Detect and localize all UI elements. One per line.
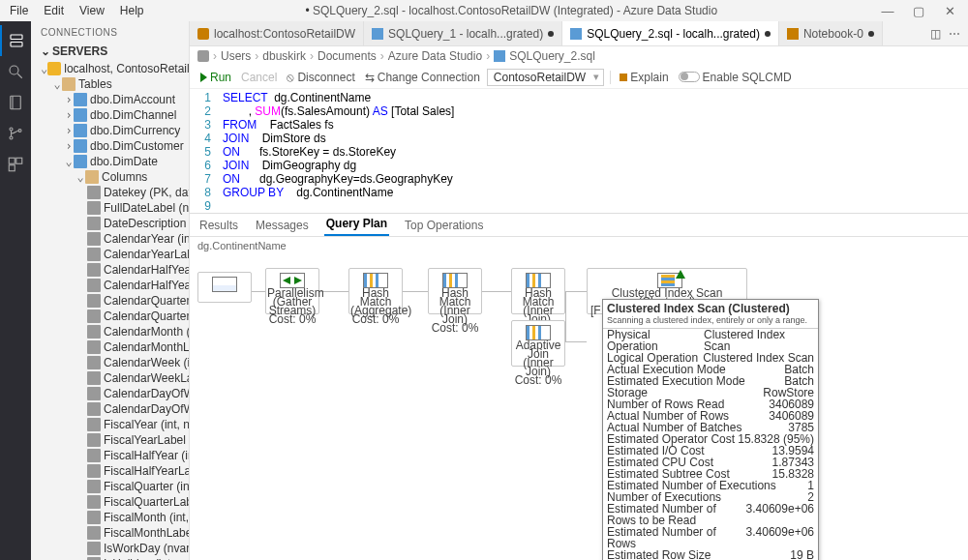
play-icon: [200, 73, 207, 82]
crumb[interactable]: dbuskirk: [262, 49, 306, 63]
tree-table[interactable]: ›dbo.DimCurrency: [31, 123, 189, 138]
plan-select[interactable]: [197, 272, 252, 303]
servers-section[interactable]: ⌄SERVERS: [31, 42, 189, 61]
split-editor-button[interactable]: ◫: [930, 27, 941, 41]
window-controls: — ▢ ✕: [873, 4, 964, 18]
more-button[interactable]: ⋯: [949, 27, 960, 41]
modified-dot-icon: [765, 31, 771, 37]
server-tree[interactable]: ⌄localhost, ContosoRetailDW (Win... ⌄Tab…: [31, 61, 189, 560]
crumb[interactable]: Documents: [318, 49, 377, 63]
table-icon: [74, 108, 87, 122]
tree-column[interactable]: CalendarQuarterLabel (nva...: [31, 309, 189, 324]
svg-rect-4: [11, 96, 21, 109]
tree-column[interactable]: FiscalQuarter (int, not null): [31, 479, 189, 494]
tree-column[interactable]: CalendarHalfYearLabel (nv...: [31, 278, 189, 293]
search-icon: [7, 63, 24, 80]
result-tab-messages[interactable]: Messages: [254, 215, 311, 236]
plan-parallelism[interactable]: Parallelism (Gather Streams) Cost: 0%: [265, 268, 319, 314]
close-button[interactable]: ✕: [935, 4, 964, 18]
table-icon: [74, 93, 87, 106]
hashmatch-icon: [442, 273, 468, 288]
tree-column[interactable]: IsHoliday (int, not null): [31, 556, 189, 560]
column-icon: [87, 279, 101, 292]
menu-view[interactable]: View: [74, 2, 110, 19]
tree-column[interactable]: DateDescription (nvarchar...: [31, 216, 189, 231]
tab-sqlquery2[interactable]: SQLQuery_2.sql - localh...grated): [562, 21, 779, 45]
server-icon: [47, 62, 61, 75]
column-icon: [87, 309, 101, 323]
disconnect-button[interactable]: ⦸Disconnect: [284, 69, 357, 86]
column-icon: [87, 511, 101, 524]
query-plan-canvas[interactable]: Parallelism (Gather Streams) Cost: 0% Ha…: [190, 254, 968, 560]
activity-notebooks[interactable]: [0, 87, 31, 118]
activity-extensions[interactable]: [0, 149, 31, 180]
crumb[interactable]: Users: [221, 49, 251, 63]
results-area: Results Messages Query Plan Top Operatio…: [190, 213, 968, 560]
crumb[interactable]: SQLQuery_2.sql: [509, 49, 595, 63]
tree-folder-columns[interactable]: ⌄Columns: [31, 169, 189, 185]
plan-hash-inner2[interactable]: Hash Match (Inner Join) Cost: 5%: [511, 268, 565, 314]
tree-column[interactable]: CalendarYear (int, not null): [31, 231, 189, 247]
tree-column[interactable]: FiscalYear (int, not null): [31, 417, 189, 432]
menu-file[interactable]: File: [4, 2, 34, 19]
tree-table[interactable]: ›dbo.DimAccount: [31, 92, 189, 107]
activity-search[interactable]: [0, 56, 31, 87]
tree-table[interactable]: ›dbo.DimChannel: [31, 107, 189, 123]
tree-column[interactable]: IsWorkDay (nvarchar(20), ...: [31, 541, 189, 556]
tree-column[interactable]: CalendarWeek (int, not null): [31, 355, 189, 370]
change-connection-button[interactable]: ⇆Change Connection: [362, 69, 483, 86]
tree-column[interactable]: FiscalMonthLabel (nvarch...: [31, 525, 189, 541]
sidebar: CONNECTIONS ⌄SERVERS ⌄localhost, Contoso…: [31, 21, 190, 560]
enable-sqlcmd-toggle[interactable]: Enable SQLCMD: [676, 69, 795, 86]
crumb[interactable]: Azure Data Studio: [388, 49, 482, 63]
tab-sqlquery1[interactable]: SQLQuery_1 - localh...grated): [364, 21, 562, 45]
menu-edit[interactable]: Edit: [38, 2, 70, 19]
result-tab-queryplan[interactable]: Query Plan: [324, 213, 389, 236]
menu-help[interactable]: Help: [114, 2, 150, 19]
tree-column[interactable]: FiscalHalfYear (int, not null): [31, 448, 189, 463]
code-content[interactable]: SELECT dg.ContinentName , SUM(fs.SalesAm…: [217, 89, 454, 213]
plan-hash-inner1[interactable]: Hash Match (Inner Join) Cost: 0%: [428, 268, 482, 314]
plan-adaptive-join[interactable]: Adaptive Join (Inner Join) Cost: 0%: [511, 320, 565, 367]
maximize-button[interactable]: ▢: [904, 4, 933, 18]
editor-tabs: localhost:ContosoRetailDW SQLQuery_1 - l…: [190, 21, 968, 46]
activity-servers[interactable]: [0, 25, 31, 56]
tree-column[interactable]: FiscalQuarterLabel (nvarch...: [31, 494, 189, 510]
tree-server[interactable]: ⌄localhost, ContosoRetailDW (Win...: [31, 61, 189, 76]
editor-area: localhost:ContosoRetailDW SQLQuery_1 - l…: [190, 21, 968, 560]
column-icon: [87, 232, 101, 246]
tree-column[interactable]: FullDateLabel (nvarchar(2...: [31, 200, 189, 216]
column-icon: [87, 186, 101, 199]
tab-dashboard[interactable]: localhost:ContosoRetailDW: [190, 21, 364, 45]
tree-column[interactable]: CalendarQuarter (int, not ...: [31, 293, 189, 309]
notebook-file-icon: [787, 28, 799, 40]
result-tab-results[interactable]: Results: [197, 215, 240, 236]
activity-source-control[interactable]: [0, 118, 31, 149]
tree-column[interactable]: CalendarHalfYear (int, not...: [31, 262, 189, 278]
branch-icon: [7, 125, 24, 142]
column-icon: [87, 387, 101, 400]
result-tab-topops[interactable]: Top Operations: [403, 215, 485, 236]
explain-button[interactable]: Explain: [617, 69, 671, 86]
tree-column[interactable]: CalendarYearLabel (nvarch...: [31, 247, 189, 262]
tree-column[interactable]: CalendarDayOfWeek (int, ...: [31, 386, 189, 401]
tree-column[interactable]: CalendarWeekLabel (nvar...: [31, 370, 189, 386]
tree-table[interactable]: ⌄dbo.DimDate: [31, 154, 189, 169]
run-button[interactable]: Run: [197, 69, 234, 86]
tree-column[interactable]: Datekey (PK, datetime, n...: [31, 185, 189, 200]
tree-column[interactable]: CalendarDayOfWeekLabel ...: [31, 401, 189, 417]
tree-column[interactable]: FiscalYearLabel (nvarchar(...: [31, 432, 189, 448]
database-select[interactable]: ContosoRetailDW: [487, 69, 604, 86]
breadcrumbs[interactable]: ›Users ›dbuskirk ›Documents ›Azure Data …: [190, 46, 968, 66]
minimize-button[interactable]: —: [873, 4, 902, 18]
plan-hash-aggregate[interactable]: Hash Match (Aggregate) Cost: 0%: [348, 268, 403, 314]
tab-notebook[interactable]: Notebook-0: [779, 21, 883, 45]
tree-table[interactable]: ›dbo.DimCustomer: [31, 138, 189, 154]
tree-column[interactable]: CalendarMonthLabel (nva...: [31, 339, 189, 355]
tree-folder-tables[interactable]: ⌄Tables: [31, 76, 189, 92]
tree-column[interactable]: FiscalHalfYearLabel (nvar...: [31, 463, 189, 479]
column-icon: [87, 464, 101, 478]
tree-column[interactable]: FiscalMonth (int, not null): [31, 510, 189, 525]
code-editor[interactable]: 12345678910 SELECT dg.ContinentName , SU…: [190, 89, 968, 213]
tree-column[interactable]: CalendarMonth (int, not n...: [31, 324, 189, 339]
